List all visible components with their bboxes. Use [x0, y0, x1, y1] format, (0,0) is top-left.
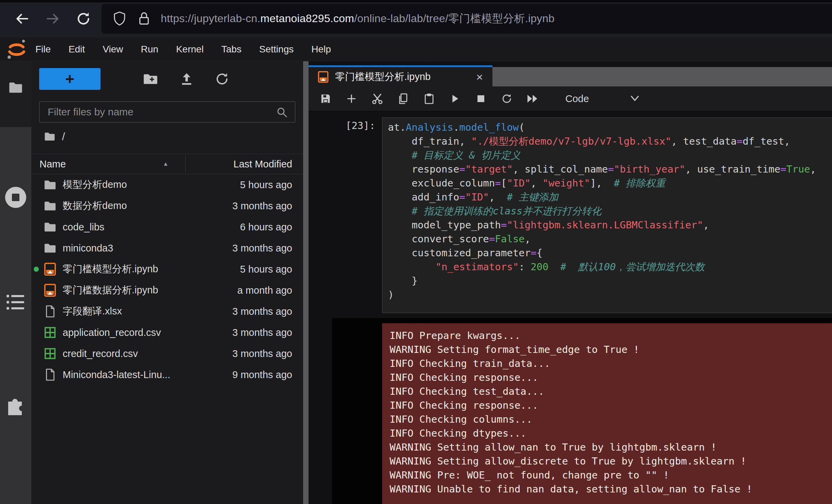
browser-back-button[interactable]: [12, 8, 33, 29]
file-row[interactable]: 零门槛模型分析.ipynb 5 hours ago: [31, 259, 303, 280]
menu-edit[interactable]: Edit: [60, 44, 94, 55]
breadcrumb: /: [44, 129, 65, 144]
file-row[interactable]: application_record.csv 3 months ago: [31, 322, 303, 343]
url-domain: metanoia8295.com: [261, 12, 354, 25]
file-list: 模型分析demo 5 hours ago 数据分析demo 3 months a…: [31, 174, 303, 385]
file-name: application_record.csv: [63, 327, 161, 338]
folder-icon: [44, 199, 57, 212]
stderr-output: INFO Prepare kwargs...WARNING Setting fo…: [382, 323, 832, 504]
code-line: "n_estimators": 200 # 默认100，尝试增加迭代次数: [388, 260, 832, 274]
copy-cells-button[interactable]: [396, 92, 410, 105]
tab-close-button[interactable]: ×: [476, 71, 483, 83]
folder-icon: [44, 178, 57, 191]
new-folder-button[interactable]: [141, 69, 160, 88]
url-text: https://jupyterlab-cn.metanoia8295.com/o…: [161, 11, 554, 26]
menu-help[interactable]: Help: [302, 44, 340, 55]
code-line: response="target", split_col_name="birth…: [388, 162, 832, 176]
menu-items: FileEditViewRunKernelTabsSettingsHelp: [27, 37, 340, 61]
output-line: INFO Checking dtypes...: [390, 426, 832, 440]
cell-output-area[interactable]: INFO Prepare kwargs...WARNING Setting fo…: [332, 318, 832, 504]
menu-tabs[interactable]: Tabs: [213, 44, 250, 55]
notebook-tab[interactable]: 零门槛模型分析.ipynb ×: [309, 65, 492, 86]
code-line: convert_score=False,: [388, 232, 832, 246]
file-name: 零门槛数据分析.ipynb: [63, 283, 158, 297]
file-row[interactable]: 模型分析demo 5 hours ago: [31, 174, 303, 195]
activity-tab-filebrowser[interactable]: [0, 61, 31, 127]
output-line: INFO Prepare kwargs...: [390, 329, 832, 343]
notebook-icon: [44, 284, 57, 297]
menu-kernel[interactable]: Kernel: [167, 44, 213, 55]
main-dock-panel: 零门槛模型分析.ipynb ×: [309, 61, 832, 504]
paste-icon: [423, 93, 435, 104]
file-row[interactable]: 字段翻译.xlsx 3 months ago: [31, 301, 303, 322]
menu-settings[interactable]: Settings: [250, 44, 302, 55]
output-line: INFO Checking test_data...: [390, 385, 832, 399]
refresh-icon: [215, 71, 230, 86]
stop-icon: [476, 94, 486, 103]
interrupt-kernel-button[interactable]: [474, 92, 488, 105]
paste-cells-button[interactable]: [422, 92, 436, 105]
lock-icon[interactable]: [138, 11, 151, 27]
restart-run-all-button[interactable]: [526, 92, 539, 105]
output-line: WARNING Setting allow_discrete to True b…: [390, 454, 832, 468]
file-row[interactable]: 数据分析demo 3 months ago: [31, 195, 303, 216]
file-row[interactable]: credit_record.csv 3 months ago: [31, 343, 303, 364]
file-row[interactable]: Miniconda3-latest-Linu... 9 months ago: [31, 364, 303, 385]
file-modified: 5 hours ago: [240, 179, 292, 191]
panel-splitter[interactable]: [303, 61, 309, 504]
restart-icon: [501, 93, 513, 104]
code-line: # 指定使用训练的class并不进行打分转化: [388, 204, 832, 218]
chevron-down-icon[interactable]: [630, 95, 640, 102]
run-cell-button[interactable]: [448, 92, 462, 105]
file-row[interactable]: code_libs 6 hours ago: [31, 216, 303, 238]
window-top-edge: [0, 0, 832, 2]
file-name: code_libs: [63, 222, 105, 233]
file-row[interactable]: 零门槛数据分析.ipynb a month ago: [31, 280, 303, 301]
activity-tab-running[interactable]: [4, 185, 28, 209]
home-folder-icon[interactable]: [44, 131, 56, 142]
code-line: ): [388, 288, 832, 302]
cell-type-select[interactable]: Code: [565, 93, 589, 104]
new-launcher-button[interactable]: +: [39, 68, 100, 90]
file-modified: 3 months ago: [232, 200, 292, 212]
column-header-name[interactable]: Name: [40, 154, 66, 174]
menu-file[interactable]: File: [27, 44, 60, 55]
save-button[interactable]: [319, 92, 332, 105]
browser-reload-button[interactable]: [73, 8, 94, 29]
upload-button[interactable]: [177, 69, 196, 88]
breadcrumb-root[interactable]: /: [62, 130, 65, 143]
address-bar[interactable]: https://jupyterlab-cn.metanoia8295.com/o…: [101, 4, 832, 34]
jupyter-logo-icon: [5, 39, 28, 60]
code-line: # 目标定义 & 切片定义: [388, 148, 832, 162]
code-cell-editor[interactable]: at.Analysis.model_flow( df_train, "./模型分…: [382, 117, 832, 313]
menu-view[interactable]: View: [94, 44, 132, 55]
activity-tab-extensions[interactable]: [3, 395, 28, 419]
plus-icon: [346, 93, 357, 104]
restart-kernel-button[interactable]: [500, 92, 514, 105]
add-cell-button[interactable]: [345, 92, 358, 105]
menu-run[interactable]: Run: [132, 44, 167, 55]
copy-icon: [397, 93, 409, 104]
file-modified: 3 months ago: [232, 243, 292, 254]
code-line: at.Analysis.model_flow(: [388, 120, 832, 134]
filter-files-input[interactable]: [39, 101, 295, 123]
output-line: WARNING Setting allow_nan to True by lig…: [390, 440, 832, 454]
upload-icon: [179, 71, 194, 86]
browser-forward-button[interactable]: [42, 8, 63, 29]
file-row[interactable]: miniconda3 3 months ago: [31, 238, 303, 259]
activity-tab-toc[interactable]: [5, 292, 26, 313]
list-icon: [5, 292, 26, 313]
code-line: df_train, "./模型分析demo/v7-lgb/v7-lgb.xlsx…: [388, 134, 832, 148]
notebook-icon: [44, 263, 57, 276]
file-name: 字段翻译.xlsx: [63, 305, 122, 318]
refresh-files-button[interactable]: [213, 69, 232, 88]
file-modified: 3 months ago: [232, 306, 292, 317]
puzzle-icon: [3, 395, 28, 419]
scissors-icon: [371, 93, 383, 105]
csv-icon: [44, 326, 57, 339]
jupyterlab-menu-bar: FileEditViewRunKernelTabsSettingsHelp: [0, 37, 832, 61]
notebook-toolbar: Code: [309, 86, 832, 112]
tracking-shield-icon[interactable]: [112, 11, 127, 27]
cut-cells-button[interactable]: [371, 92, 384, 105]
column-header-last-modified[interactable]: Last Modified: [234, 154, 293, 174]
